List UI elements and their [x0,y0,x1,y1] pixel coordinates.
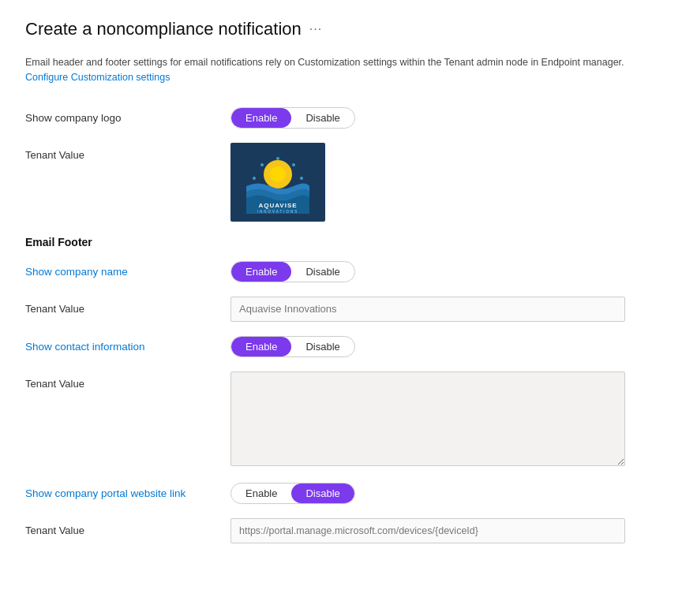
show-company-name-row: Show company name Enable Disable [25,261,657,282]
aquavise-logo-svg: AQUAVISE INNOVATIONS [238,151,317,214]
portal-link-enable-button[interactable]: Enable [231,483,291,503]
logo-enable-button[interactable]: Enable [231,108,291,128]
company-name-disable-button[interactable]: Disable [291,262,354,282]
contact-info-textarea[interactable] [230,371,625,466]
show-contact-info-toggle[interactable]: Enable Disable [230,336,355,357]
show-contact-info-label: Show contact information [25,336,230,353]
logo-tenant-control: AQUAVISE INNOVATIONS [230,143,657,222]
show-portal-link-label: Show company portal website link [25,483,230,499]
show-portal-link-toggle[interactable]: Enable Disable [230,483,355,504]
show-company-logo-toggle[interactable]: Enable Disable [230,107,355,129]
email-footer-header-row: Email Footer [25,236,657,248]
show-contact-info-control: Enable Disable [230,336,657,357]
page-title: Create a noncompliance notification [25,19,302,39]
portal-link-tenant-control [230,518,657,543]
info-bar: Email header and footer settings for ema… [25,55,657,85]
svg-text:INNOVATIONS: INNOVATIONS [257,210,298,214]
svg-point-3 [276,157,279,160]
logo-disable-button[interactable]: Disable [291,108,354,128]
show-portal-link-control: Enable Disable [230,483,657,504]
svg-point-7 [300,177,303,180]
show-contact-info-row: Show contact information Enable Disable [25,336,657,357]
show-company-logo-row: Show company logo Enable Disable [25,107,657,129]
portal-link-tenant-label: Tenant Value [25,518,230,536]
company-name-input[interactable] [230,297,625,322]
contact-info-tenant-label: Tenant Value [25,371,230,390]
company-name-tenant-label: Tenant Value [25,297,230,315]
company-name-enable-button[interactable]: Enable [231,262,291,282]
show-company-logo-control: Enable Disable [230,107,657,129]
company-name-tenant-control [230,297,657,322]
show-company-logo-label: Show company logo [25,107,230,124]
show-company-name-toggle[interactable]: Enable Disable [230,261,355,282]
logo-tenant-value-row: Tenant Value AQUAVISE [25,143,657,222]
email-footer-label: Email Footer [25,236,230,248]
company-name-tenant-row: Tenant Value [25,297,657,322]
show-company-name-control: Enable Disable [230,261,657,282]
contact-info-enable-button[interactable]: Enable [231,337,291,357]
show-portal-link-row: Show company portal website link Enable … [25,483,657,504]
svg-text:AQUAVISE: AQUAVISE [258,202,297,209]
contact-info-tenant-control [230,371,657,469]
portal-link-disable-button[interactable]: Disable [291,483,354,503]
svg-point-5 [260,163,264,166]
svg-point-2 [270,166,286,182]
info-bar-text: Email header and footer settings for ema… [25,57,624,68]
contact-info-tenant-row: Tenant Value [25,371,657,469]
portal-link-tenant-row: Tenant Value [25,518,657,543]
svg-point-6 [253,177,256,180]
svg-point-4 [292,163,295,166]
ellipsis-menu-icon[interactable]: ··· [309,22,322,36]
contact-info-disable-button[interactable]: Disable [291,337,354,357]
company-logo-image: AQUAVISE INNOVATIONS [230,143,325,222]
page-title-bar: Create a noncompliance notification ··· [25,19,657,39]
logo-tenant-label: Tenant Value [25,143,230,161]
show-company-name-label: Show company name [25,261,230,278]
portal-link-input[interactable] [230,518,625,543]
configure-customization-link[interactable]: Configure Customization settings [25,72,170,83]
